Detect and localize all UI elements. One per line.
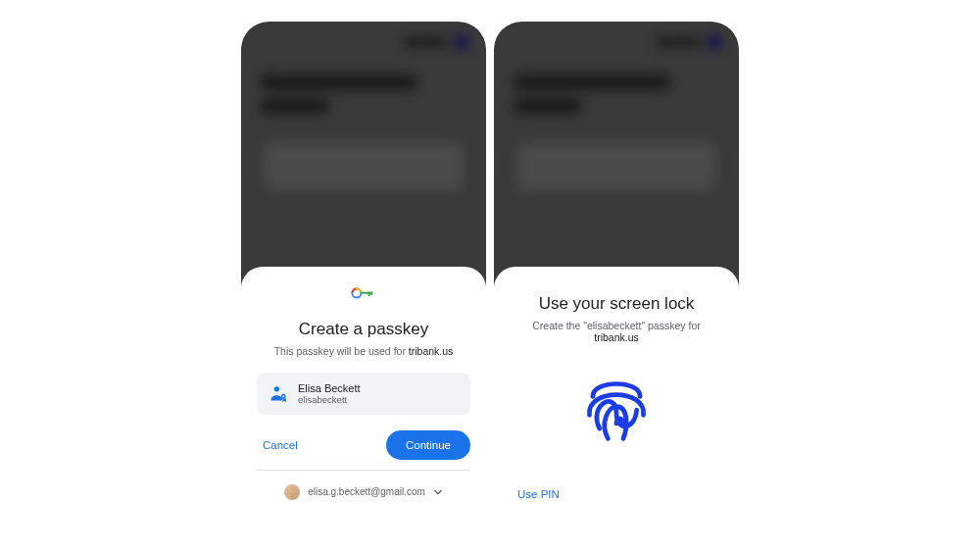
svg-rect-2: [368, 291, 370, 296]
screen-lock-sheet: Use your screen lock Create the "elisabe…: [494, 267, 739, 551]
continue-button[interactable]: Continue: [386, 430, 470, 460]
account-switcher[interactable]: elisa.g.beckett@gmail.com: [257, 480, 470, 502]
use-pin-button[interactable]: Use PIN: [517, 488, 560, 500]
blurred-background-content: [241, 22, 486, 276]
fingerprint-icon[interactable]: [574, 363, 659, 451]
sheet-subtitle: Create the "elisabeckett" passkey for tr…: [510, 320, 723, 343]
subtitle-site: tribank.us: [409, 345, 454, 357]
sheet-subtitle: This passkey will be used for tribank.us: [257, 345, 470, 357]
account-card[interactable]: Elisa Beckett elisabeckett: [257, 373, 470, 415]
google-passkey-logo-icon: [351, 284, 376, 306]
sheet-actions: Cancel Continue: [257, 430, 470, 460]
account-name: Elisa Beckett: [298, 382, 361, 394]
create-passkey-sheet: Create a passkey This passkey will be us…: [241, 267, 486, 551]
svg-point-5: [282, 395, 285, 398]
account-text: Elisa Beckett elisabeckett: [298, 382, 361, 405]
blurred-background-content: [494, 22, 739, 276]
subtitle-prefix: Create the "elisabeckett" passkey for: [532, 320, 700, 331]
subtitle-site: tribank.us: [594, 331, 639, 343]
avatar: [284, 484, 300, 500]
subtitle-prefix: This passkey will be used for: [274, 345, 409, 357]
sheet-title: Use your screen lock: [510, 294, 723, 314]
person-passkey-icon: [269, 383, 288, 403]
switcher-email: elisa.g.beckett@gmail.com: [308, 486, 425, 497]
divider: [257, 470, 470, 471]
svg-point-4: [274, 386, 279, 391]
svg-rect-3: [370, 291, 372, 294]
cancel-button[interactable]: Cancel: [257, 431, 304, 459]
use-pin-row: Use PIN: [510, 480, 723, 531]
phone-mockup-right: Use your screen lock Create the "elisabe…: [494, 22, 739, 551]
sheet-title: Create a passkey: [257, 320, 470, 339]
account-username: elisabeckett: [298, 394, 361, 405]
phone-mockup-left: Create a passkey This passkey will be us…: [241, 22, 486, 551]
chevron-down-icon: [433, 487, 443, 497]
